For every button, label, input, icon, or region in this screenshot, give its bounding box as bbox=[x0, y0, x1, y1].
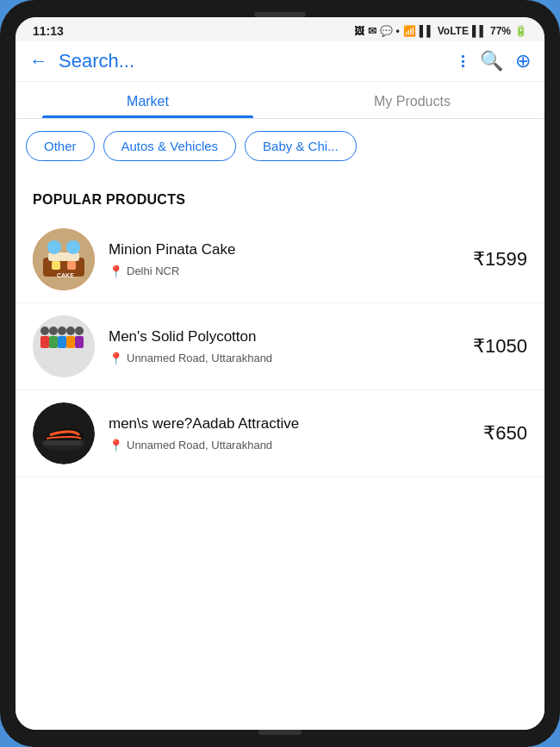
screen: 11:13 🖼 ✉ 💬 • 📶 ▌▌ VoLTE ▌▌ 77% 🔋 ← Sear… bbox=[16, 17, 544, 730]
chips-row: Other Autos & Vehicles Baby & Chi... bbox=[16, 119, 544, 173]
svg-rect-14 bbox=[58, 336, 66, 348]
product-name-2: Men's Solid Polycotton bbox=[109, 327, 459, 346]
top-bar: ← Search... ⫶ 🔍 ⊕ bbox=[16, 41, 544, 82]
battery-level: 77% bbox=[490, 25, 511, 37]
table-row[interactable]: men\s were?Aadab Attractive 📍 Unnamed Ro… bbox=[16, 390, 544, 477]
status-bar: 11:13 🖼 ✉ 💬 • 📶 ▌▌ VoLTE ▌▌ 77% 🔋 bbox=[16, 17, 544, 41]
product-image-shoes bbox=[33, 402, 95, 464]
main-content: POPULAR PRODUCTS CAKE M bbox=[16, 173, 544, 730]
tab-my-products[interactable]: My Products bbox=[280, 82, 544, 118]
volte-label: VoLTE bbox=[438, 25, 469, 37]
product-image-shirts bbox=[33, 315, 95, 377]
svg-point-13 bbox=[58, 327, 66, 335]
table-row[interactable]: CAKE Minion Pinata Cake 📍 Delhi NCR ₹159… bbox=[16, 216, 544, 303]
product-location-2: 📍 Unnamed Road, Uttarakhand bbox=[109, 352, 459, 365]
search-icon[interactable]: 🔍 bbox=[480, 50, 503, 72]
search-input[interactable]: Search... bbox=[59, 50, 448, 72]
product-info-1: Minion Pinata Cake 📍 Delhi NCR bbox=[109, 240, 459, 277]
svg-rect-18 bbox=[75, 336, 84, 348]
product-name-3: men\s were?Aadab Attractive bbox=[109, 414, 470, 433]
mobile-device: 11:13 🖼 ✉ 💬 • 📶 ▌▌ VoLTE ▌▌ 77% 🔋 ← Sear… bbox=[0, 0, 560, 747]
svg-point-9 bbox=[40, 327, 49, 335]
tab-market[interactable]: Market bbox=[16, 82, 280, 118]
signal-icon: ▌▌ bbox=[420, 25, 434, 37]
chip-autos[interactable]: Autos & Vehicles bbox=[103, 131, 237, 161]
svg-point-4 bbox=[66, 240, 80, 254]
svg-point-15 bbox=[66, 327, 75, 335]
popular-products-title: POPULAR PRODUCTS bbox=[16, 173, 544, 216]
product-image-cake: CAKE bbox=[33, 228, 95, 290]
svg-rect-16 bbox=[66, 336, 75, 348]
product-price-2: ₹1050 bbox=[473, 335, 527, 358]
svg-rect-5 bbox=[52, 261, 60, 270]
chip-other[interactable]: Other bbox=[26, 131, 95, 161]
product-location-3: 📍 Unnamed Road, Uttarakhand bbox=[109, 439, 470, 452]
whatsapp-icon: 💬 bbox=[380, 25, 393, 37]
product-name-1: Minion Pinata Cake bbox=[109, 240, 459, 259]
filter-icon[interactable]: ⫶ bbox=[458, 50, 468, 72]
svg-rect-21 bbox=[43, 440, 83, 445]
status-time: 11:13 bbox=[33, 24, 64, 38]
location-pin-icon-1: 📍 bbox=[109, 265, 123, 278]
svg-point-17 bbox=[75, 327, 84, 335]
location-pin-icon-3: 📍 bbox=[109, 439, 123, 452]
product-info-3: men\s were?Aadab Attractive 📍 Unnamed Ro… bbox=[109, 414, 470, 451]
tabs-container: Market My Products bbox=[16, 82, 544, 119]
location-pin-icon-2: 📍 bbox=[109, 352, 123, 365]
top-action-icons: ⫶ 🔍 ⊕ bbox=[458, 50, 531, 72]
wifi-icon: 📶 bbox=[403, 25, 416, 37]
svg-point-3 bbox=[47, 240, 61, 254]
table-row[interactable]: Men's Solid Polycotton 📍 Unnamed Road, U… bbox=[16, 303, 544, 390]
add-icon[interactable]: ⊕ bbox=[515, 50, 531, 72]
dot-icon: • bbox=[396, 25, 400, 37]
signal2-icon: ▌▌ bbox=[472, 25, 487, 37]
back-button[interactable]: ← bbox=[29, 50, 48, 72]
product-price-3: ₹650 bbox=[483, 422, 527, 445]
svg-text:CAKE: CAKE bbox=[57, 272, 74, 278]
product-price-1: ₹1599 bbox=[473, 248, 527, 271]
svg-rect-6 bbox=[67, 261, 76, 270]
product-location-1: 📍 Delhi NCR bbox=[109, 265, 459, 278]
svg-rect-10 bbox=[40, 336, 49, 348]
svg-point-11 bbox=[49, 327, 58, 335]
svg-rect-12 bbox=[49, 336, 58, 348]
battery-icon: 🔋 bbox=[514, 25, 527, 37]
status-icons: 🖼 ✉ 💬 • 📶 ▌▌ VoLTE ▌▌ 77% 🔋 bbox=[354, 25, 527, 37]
email-icon: ✉ bbox=[368, 25, 376, 37]
chip-baby[interactable]: Baby & Chi... bbox=[245, 131, 357, 161]
product-info-2: Men's Solid Polycotton 📍 Unnamed Road, U… bbox=[109, 327, 459, 364]
gallery-icon: 🖼 bbox=[354, 25, 364, 37]
